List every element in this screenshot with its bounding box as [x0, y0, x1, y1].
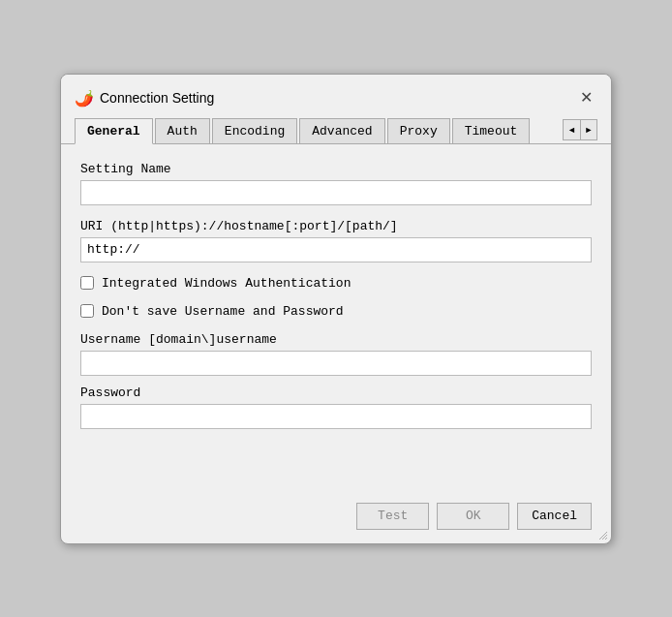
username-input[interactable] — [80, 351, 592, 376]
integrated-auth-checkbox[interactable] — [80, 276, 94, 290]
app-icon: 🌶️ — [75, 89, 92, 107]
tab-scroll-group: ◄ ► — [563, 119, 597, 140]
tab-timeout[interactable]: Timeout — [452, 118, 531, 143]
tab-proxy[interactable]: Proxy — [387, 118, 450, 143]
tab-scroll-left-button[interactable]: ◄ — [563, 119, 580, 140]
password-label: Password — [80, 386, 592, 400]
dont-save-row: Don't save Username and Password — [80, 304, 592, 319]
tab-encoding[interactable]: Encoding — [212, 118, 297, 143]
test-button[interactable]: Test — [356, 503, 429, 530]
integrated-auth-row: Integrated Windows Authentication — [80, 276, 592, 291]
tab-general[interactable]: General — [75, 118, 153, 144]
svg-line-2 — [605, 538, 607, 540]
setting-name-label: Setting Name — [80, 162, 592, 176]
ok-button[interactable]: OK — [437, 503, 509, 530]
close-button[interactable]: ✕ — [574, 86, 597, 109]
dont-save-checkbox[interactable] — [80, 304, 94, 318]
cancel-button[interactable]: Cancel — [517, 503, 592, 530]
password-input[interactable] — [80, 404, 592, 429]
tab-auth[interactable]: Auth — [155, 118, 210, 143]
dont-save-label: Don't save Username and Password — [102, 304, 344, 319]
resize-handle[interactable] — [597, 530, 607, 540]
tab-advanced[interactable]: Advanced — [299, 118, 384, 143]
username-label: Username [domain\]username — [80, 332, 592, 347]
tab-bar: General Auth Encoding Advanced Proxy Tim… — [61, 117, 611, 144]
uri-label: URI (http|https)://hostname[:port]/[path… — [80, 219, 592, 233]
dialog-title: Connection Setting — [100, 90, 214, 106]
setting-name-input[interactable] — [80, 180, 592, 205]
title-bar-left: 🌶️ Connection Setting — [75, 89, 214, 107]
integrated-auth-label: Integrated Windows Authentication — [102, 276, 351, 291]
form-content: Setting Name URI (http|https)://hostname… — [61, 144, 611, 487]
tab-scroll-right-button[interactable]: ► — [580, 119, 597, 140]
uri-input[interactable] — [80, 237, 592, 262]
button-bar: Test OK Cancel — [61, 487, 611, 543]
title-bar: 🌶️ Connection Setting ✕ — [61, 75, 611, 117]
connection-setting-dialog: 🌶️ Connection Setting ✕ General Auth Enc… — [60, 74, 612, 544]
